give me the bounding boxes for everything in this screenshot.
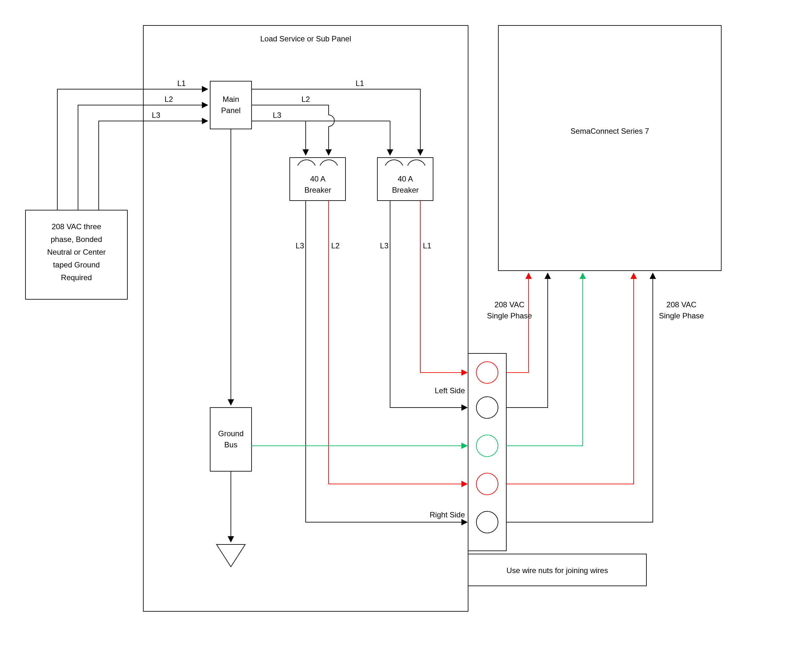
vac-left-l1: 208 VAC [495,300,525,309]
device-label: SemaConnect Series 7 [571,127,649,135]
source-l3: Neutral or Center [47,248,106,256]
source-l1: 208 VAC three [52,222,101,231]
label-src-L3: L3 [152,111,160,119]
breaker2-l1: 40 A [398,174,413,183]
label-b2-L3: L3 [380,241,388,250]
ground-bus-l2: Bus [224,440,237,449]
main-panel-box [210,81,252,129]
label-mp-L2: L2 [302,95,310,104]
main-panel-l1: Main [222,95,239,104]
wire-t3-dev [506,274,583,446]
breaker1-l2: Breaker [304,185,331,194]
label-src-L2: L2 [165,95,173,104]
device-box [498,25,721,271]
label-b2-L1: L1 [423,241,431,250]
wire-t2-dev [506,274,548,407]
label-b1-L2: L2 [331,241,340,250]
wire-nuts-label: Use wire nuts for joining wires [506,566,608,575]
ground-bus-l1: Ground [218,429,244,438]
label-src-L1: L1 [177,79,186,88]
main-panel-l2: Panel [221,106,241,115]
vac-right-l1: 208 VAC [667,300,697,309]
terminal-5 [476,511,498,533]
terminal-1 [476,362,498,383]
source-l4: taped Ground [53,261,100,269]
vac-right-l2: Single Phase [659,311,704,320]
right-side-label: Right Side [429,510,465,519]
label-mp-L1: L1 [356,79,364,88]
breaker1-l1: 40 A [310,174,326,183]
wiring-diagram: Load Service or Sub Panel 208 VAC three … [0,0,812,668]
breaker2-l2: Breaker [392,185,419,194]
left-side-label: Left Side [434,386,465,395]
ground-bus-box [210,407,252,471]
source-l2: phase, Bonded [51,235,102,244]
terminal-2 [476,397,498,418]
terminal-4 [476,473,498,495]
source-l5: Required [61,273,92,282]
wire-t4-dev [506,274,634,484]
title-label: Load Service or Sub Panel [260,34,351,43]
terminal-3 [476,435,498,457]
wire-t1-dev [506,274,529,372]
label-mp-L3: L3 [273,111,281,119]
vac-left-l2: Single Phase [487,311,532,320]
label-b1-L3: L3 [296,241,304,250]
